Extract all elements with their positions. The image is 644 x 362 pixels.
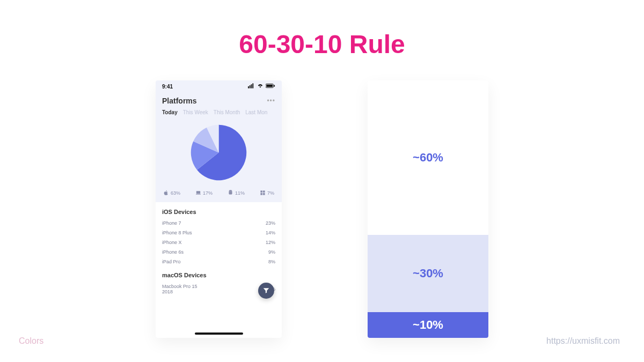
pie-chart-wrap (162, 122, 275, 183)
devices-card: iOS Devices iPhone 723%iPhone 8 Plus14%i… (156, 202, 282, 338)
svg-rect-9 (260, 190, 262, 193)
filter-fab[interactable] (258, 283, 274, 299)
device-bar-track (204, 251, 257, 253)
legend-windows-pct: 7% (267, 190, 274, 196)
svg-rect-8 (196, 194, 201, 195)
svg-rect-2 (251, 84, 252, 88)
status-right (248, 83, 275, 90)
list-title-macos: macOS Devices (162, 272, 275, 278)
legend-apple-pct: 63% (171, 190, 180, 196)
tab-today[interactable]: Today (162, 109, 178, 115)
device-bar-track (204, 261, 257, 263)
device-row: iPhone 8 Plus14% (162, 230, 275, 235)
device-pct: 14% (261, 230, 275, 235)
platforms-title: Platforms (162, 97, 197, 105)
funnel-icon (262, 287, 270, 294)
legend-macos-pct: 17% (203, 190, 213, 196)
device-bar-track (204, 241, 257, 243)
device-pct: 8% (261, 259, 275, 264)
svg-rect-1 (250, 85, 251, 88)
phone-mockup: 9:41 Platforms ••• Today This Week (156, 80, 282, 338)
status-bar: 9:41 (156, 80, 282, 92)
pie-chart (188, 122, 250, 183)
more-icon[interactable]: ••• (267, 97, 275, 105)
svg-rect-12 (263, 193, 265, 195)
list-title-ios: iOS Devices (162, 209, 275, 215)
device-bar-track (204, 288, 257, 290)
legend-apple: 63% (163, 190, 180, 196)
device-pct: 9% (261, 249, 275, 255)
svg-rect-3 (252, 83, 253, 88)
legend-windows: 7% (260, 190, 274, 196)
device-row: iPhone 6s9% (162, 249, 275, 255)
wifi-icon (257, 83, 264, 90)
signal-icon (248, 83, 255, 90)
svg-rect-5 (266, 85, 273, 87)
svg-rect-11 (260, 193, 262, 195)
page-title: 60-30-10 Rule (0, 29, 644, 59)
tab-last-month[interactable]: Last Mon (245, 109, 267, 115)
device-pct: 12% (261, 240, 275, 245)
content-row: 9:41 Platforms ••• Today This Week (0, 80, 644, 338)
svg-rect-6 (274, 85, 275, 87)
device-pct: 23% (261, 220, 275, 226)
stack-60: ~60% (368, 80, 488, 235)
platforms-card: Platforms ••• Today This Week This Month… (156, 92, 282, 202)
legend-android: 11% (228, 190, 245, 196)
status-time: 9:41 (162, 84, 173, 90)
home-indicator (195, 333, 243, 335)
legend-android-pct: 11% (235, 190, 245, 196)
proportion-stack: ~60% ~30% ~10% (368, 80, 488, 338)
windows-icon (260, 190, 266, 196)
device-row: iPad Pro8% (162, 259, 275, 264)
stack-30: ~30% (368, 235, 488, 312)
legend-macos: 17% (195, 190, 213, 196)
svg-rect-7 (196, 191, 200, 194)
stack-10: ~10% (368, 312, 488, 338)
device-bar-track (204, 222, 257, 224)
tab-this-week[interactable]: This Week (183, 109, 208, 115)
device-name: iPhone 8 Plus (162, 230, 200, 235)
device-name: Macbook Pro 15 2018 (162, 284, 200, 294)
device-name: iPhone 6s (162, 249, 200, 255)
footer-category: Colors (19, 336, 43, 346)
device-bar-track (204, 232, 257, 234)
platform-legend: 63% 17% 11% 7% (162, 190, 275, 196)
footer-attribution: https://uxmisfit.com (546, 336, 620, 346)
apple-icon (163, 190, 169, 196)
svg-rect-0 (248, 86, 249, 88)
device-row: iPhone X12% (162, 240, 275, 245)
svg-rect-10 (263, 190, 265, 193)
laptop-icon (195, 190, 201, 196)
time-range-tabs: Today This Week This Month Last Mon (162, 109, 275, 115)
device-row: iPhone 723% (162, 220, 275, 226)
device-name: iPhone 7 (162, 220, 200, 226)
tab-this-month[interactable]: This Month (214, 109, 240, 115)
device-name: iPad Pro (162, 259, 200, 264)
device-name: iPhone X (162, 240, 200, 245)
battery-icon (266, 83, 275, 90)
android-icon (228, 190, 233, 196)
